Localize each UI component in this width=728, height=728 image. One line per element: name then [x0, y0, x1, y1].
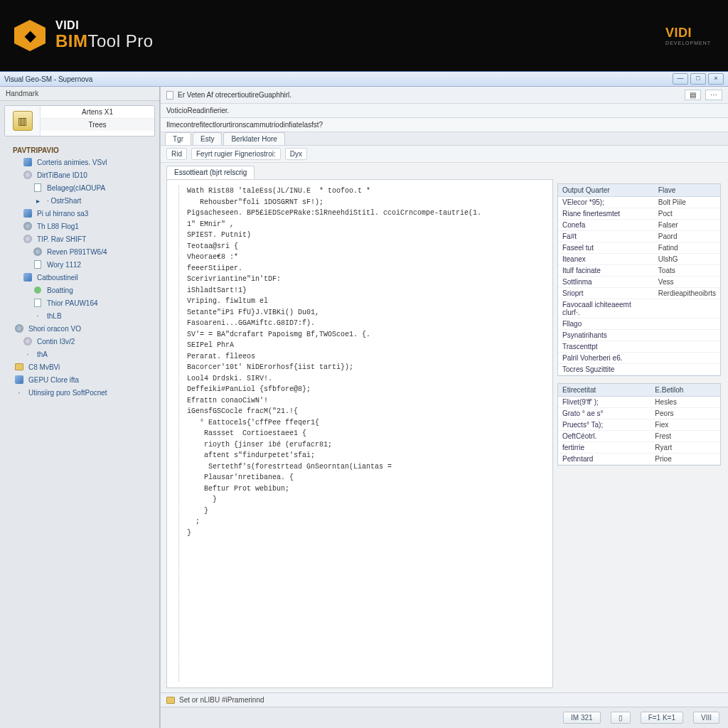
- table-row[interactable]: Palril Voherberi e6.: [558, 353, 720, 364]
- table-row[interactable]: Faseel tutFatind: [558, 242, 720, 254]
- editor-toolbar-button[interactable]: ▤: [685, 90, 701, 100]
- code-line: Scerivriantine"in'tDF:: [174, 274, 545, 285]
- nav-tree[interactable]: PAVTRIPAVIO Corteris animies. VSvl DirtT…: [0, 141, 159, 728]
- code-line: Perarat. flleeos: [174, 351, 545, 363]
- prop-value: Peors: [651, 408, 720, 419]
- tree-item[interactable]: GEPU Clore ifta: [13, 373, 156, 386]
- table-row[interactable]: OeftCéotrl.Frest: [558, 431, 720, 442]
- status-button-4[interactable]: VIII: [693, 712, 719, 724]
- disk-icon: [23, 235, 32, 243]
- table-row[interactable]: Grato ° ae s°Peors: [558, 408, 720, 419]
- prop-key: fertirrie: [558, 442, 651, 454]
- tab-2[interactable]: Esty: [193, 132, 222, 145]
- tree-item[interactable]: TIP. Rav SHIFT: [13, 232, 156, 245]
- gutter-line: [178, 186, 179, 682]
- code-editor[interactable]: Wath Rist88 'taleEss(JL/INU.E * toofoo.t…: [166, 179, 553, 688]
- properties-box-2: Etirecetitat E.Betiloh Flivet(9'ff' );He…: [557, 383, 721, 466]
- prop-key: Grato ° ae s°: [558, 408, 651, 419]
- tree-group: PAVTRIPAVIO: [13, 144, 156, 156]
- code-and-props: Wath Rist88 'taleEss(JL/INU.E * toofoo.t…: [161, 179, 728, 692]
- tree-item[interactable]: C8 MvBVi: [13, 360, 156, 373]
- prop-value: [654, 364, 720, 375]
- tree-item[interactable]: ▸· OstrShart: [13, 194, 156, 207]
- table-row[interactable]: Tocres Sguzittite: [558, 364, 720, 375]
- table-row[interactable]: Itulf facinateToats: [558, 265, 720, 277]
- table-row[interactable]: SrioprtRerdieapitheoibrts: [558, 288, 720, 299]
- prop-value: [654, 330, 720, 341]
- table-row[interactable]: Riane finertesmtetPoct: [558, 208, 720, 220]
- props1-col1[interactable]: Output Quarter: [558, 184, 654, 197]
- close-button[interactable]: ×: [708, 73, 724, 85]
- status-button-3[interactable]: F=1 K=1: [641, 712, 683, 724]
- editor-header-row2: VoticioReadinfierier.: [161, 104, 728, 118]
- window-titlebar[interactable]: Visual Geo-SM - Supernova — □ ×: [0, 71, 728, 87]
- tree-item[interactable]: ·Utinsiirg puro SoftPocnet: [13, 386, 156, 399]
- tree-item[interactable]: Shori oracon VO: [13, 322, 156, 335]
- editor-toolbar-button[interactable]: ⋯: [705, 90, 722, 100]
- subtab-1[interactable]: Rid: [166, 148, 187, 160]
- tree-item[interactable]: Boatting: [13, 284, 156, 296]
- code-line: Rehousber"foli 1DOSGRNT sF!);: [174, 197, 545, 208]
- table-row[interactable]: Pruects° Ta);Fiex: [558, 419, 720, 431]
- maximize-button[interactable]: □: [690, 73, 706, 85]
- table-row[interactable]: PethntardPrioe: [558, 454, 720, 465]
- open-file-tab[interactable]: Essottieart (bjrt relscrig: [166, 166, 255, 179]
- code-line: ;: [174, 516, 545, 528]
- disk-icon: [23, 337, 32, 346]
- table-row[interactable]: Favocaall ichiteaeemt clurf·.: [558, 299, 720, 318]
- editor-header-row1: Er Veten Af otrecertioutireGuaphhirl. ▤ …: [161, 87, 728, 104]
- tab-3[interactable]: Berklater Hore: [223, 132, 284, 145]
- props2-col1[interactable]: Etirecetitat: [558, 384, 651, 397]
- prop-key: Pethntard: [558, 454, 651, 465]
- brand-text: VIDI BIMTool Pro: [55, 20, 154, 51]
- tree-item[interactable]: Contin I3v/2: [13, 335, 156, 348]
- subtab-3[interactable]: Dyx: [285, 148, 307, 160]
- subtab-2[interactable]: Feyrt rugier Figneriostroi:: [191, 148, 281, 160]
- table-row[interactable]: IteanexUlshG: [558, 254, 720, 265]
- prop-key: Srioprt: [558, 288, 654, 299]
- table-row[interactable]: Psynatirihants: [558, 330, 720, 341]
- nav-toolcard[interactable]: ▥ Artens X1 Trees: [4, 105, 155, 136]
- tree-item-label: Wory 1112: [47, 261, 81, 269]
- toolcard-title[interactable]: Artens X1: [41, 106, 154, 119]
- tab-1[interactable]: Tgr: [165, 132, 191, 145]
- properties-column: Output Quarter Flave VElecor *95);Bolt P…: [557, 179, 728, 692]
- status-button-1[interactable]: IM 321: [563, 712, 601, 724]
- table-row[interactable]: Flivet(9'ff' );Hesles: [558, 397, 720, 408]
- table-row[interactable]: Fllago: [558, 318, 720, 330]
- tree-item[interactable]: Belageg(cIAOUPA: [13, 181, 156, 194]
- tree-item[interactable]: Thior PAUW164: [13, 296, 156, 309]
- tree-item[interactable]: Th L88 Flog1: [13, 220, 156, 232]
- file-icon: [34, 299, 41, 307]
- code-line: Deffeiki#PanLiol {sfbfore@8};: [174, 384, 545, 395]
- tree-item[interactable]: ·thLB: [13, 309, 156, 322]
- editor-header-text1: Er Veten Af otrecertioutireGuaphhirl.: [178, 91, 291, 99]
- tree-item[interactable]: Pi ul hirrano sa3: [13, 207, 156, 220]
- tree-item[interactable]: ·thA: [13, 348, 156, 360]
- status-button-2[interactable]: ▯: [611, 712, 631, 724]
- tree-item[interactable]: Reven P891TW6/4: [13, 245, 156, 258]
- table-row[interactable]: Trascenttpt: [558, 341, 720, 353]
- table-row[interactable]: Fa#tPaord: [558, 231, 720, 242]
- table-row[interactable]: SottlinmaVess: [558, 277, 720, 288]
- table-row[interactable]: VElecor *95);Bolt Piile: [558, 197, 720, 208]
- table-row[interactable]: ConefaFalser: [558, 220, 720, 231]
- prop-value: Hesles: [651, 397, 720, 408]
- tree-item-label: Utinsiirg puro SoftPocnet: [28, 389, 107, 397]
- tree-item-label: Shori oracon VO: [28, 325, 81, 333]
- nav-header: Handmark: [0, 87, 159, 101]
- code-line: ° Eattocels{'cffPee ffeqer1{: [174, 417, 545, 429]
- toolcard-sub[interactable]: Trees: [41, 119, 154, 131]
- window-title: Visual Geo-SM - Supernova: [4, 75, 92, 83]
- tree-item[interactable]: DirtTiBane ID10: [13, 168, 156, 181]
- tree-item[interactable]: Catboustineil: [13, 271, 156, 284]
- tree-item[interactable]: Corteris animies. VSvl: [13, 156, 156, 168]
- props1-col2[interactable]: Flave: [654, 184, 720, 197]
- minimize-button[interactable]: —: [673, 73, 688, 85]
- prop-value: [654, 318, 720, 330]
- prop-value: Poct: [654, 208, 720, 220]
- table-row[interactable]: fertirrieRyart: [558, 442, 720, 454]
- props2-col2[interactable]: E.Betiloh: [651, 384, 720, 397]
- tree-item[interactable]: Wory 1112: [13, 258, 156, 271]
- prop-value: [654, 299, 720, 318]
